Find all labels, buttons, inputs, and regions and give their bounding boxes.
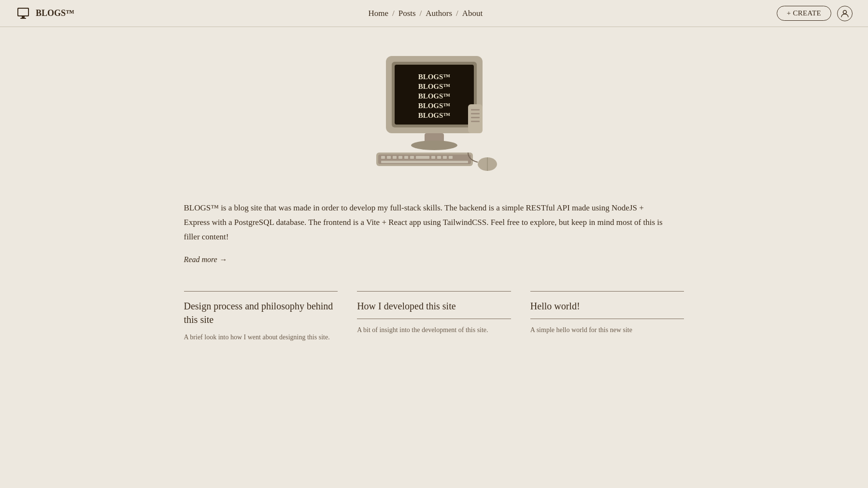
- post-card-1[interactable]: Design process and philosophy behind thi…: [184, 291, 338, 343]
- nav-sep-3: /: [456, 9, 458, 18]
- svg-rect-1: [18, 9, 28, 15]
- svg-rect-26: [404, 156, 408, 159]
- computer-svg: BLOGS™ BLOGS™ BLOGS™ BLOGS™ BLOGS™: [357, 46, 512, 181]
- logo[interactable]: BLOGS™: [15, 6, 74, 21]
- logo-icon: [15, 6, 31, 21]
- hero-image-wrapper: BLOGS™ BLOGS™ BLOGS™ BLOGS™ BLOGS™: [184, 46, 684, 181]
- svg-rect-23: [387, 156, 391, 159]
- nav-posts[interactable]: Posts: [398, 9, 416, 18]
- svg-text:BLOGS™: BLOGS™: [418, 83, 450, 90]
- nav-about[interactable]: About: [462, 9, 483, 18]
- svg-rect-22: [381, 156, 385, 159]
- svg-text:BLOGS™: BLOGS™: [418, 102, 450, 110]
- svg-text:BLOGS™: BLOGS™: [418, 112, 450, 119]
- logo-text: BLOGS™: [36, 8, 74, 18]
- post-title-1[interactable]: Design process and philosophy behind thi…: [184, 299, 338, 326]
- nav-actions: + CREATE: [777, 6, 853, 21]
- person-icon: [840, 9, 849, 18]
- svg-rect-31: [443, 156, 447, 159]
- main-content: BLOGS™ BLOGS™ BLOGS™ BLOGS™ BLOGS™: [169, 27, 700, 382]
- svg-point-4: [843, 10, 846, 14]
- nav-authors[interactable]: Authors: [426, 9, 452, 18]
- post-excerpt-1: A brief look into how I went about desig…: [184, 332, 338, 343]
- user-account-icon[interactable]: [837, 6, 853, 21]
- svg-rect-30: [437, 156, 441, 159]
- svg-rect-33: [381, 161, 468, 163]
- computer-illustration: BLOGS™ BLOGS™ BLOGS™ BLOGS™ BLOGS™: [357, 46, 512, 181]
- svg-rect-28: [416, 156, 429, 159]
- svg-rect-24: [393, 156, 397, 159]
- post-excerpt-3: A simple hello world for this new site: [530, 325, 684, 335]
- svg-rect-25: [398, 156, 402, 159]
- nav-sep-2: /: [420, 9, 422, 18]
- svg-rect-18: [471, 117, 480, 118]
- create-button[interactable]: + CREATE: [777, 6, 831, 21]
- post-title-2[interactable]: How I developed this site: [357, 299, 511, 319]
- post-excerpt-2: A bit of insight into the development of…: [357, 325, 511, 335]
- post-title-3[interactable]: Hello world!: [530, 299, 684, 319]
- svg-rect-27: [410, 156, 414, 159]
- post-card-2[interactable]: How I developed this site A bit of insig…: [357, 291, 511, 343]
- svg-text:BLOGS™: BLOGS™: [418, 73, 450, 81]
- nav-links: Home / Posts / Authors / About: [368, 9, 483, 18]
- svg-rect-16: [471, 109, 480, 111]
- svg-text:BLOGS™: BLOGS™: [418, 92, 450, 100]
- read-more-link[interactable]: Read more →: [184, 255, 227, 264]
- svg-rect-3: [20, 18, 26, 19]
- svg-rect-17: [471, 113, 480, 114]
- post-card-3[interactable]: Hello world! A simple hello world for th…: [530, 291, 684, 343]
- svg-point-14: [411, 140, 457, 150]
- svg-rect-19: [471, 121, 480, 122]
- nav-home[interactable]: Home: [368, 9, 388, 18]
- nav-sep-1: /: [392, 9, 395, 18]
- posts-grid: Design process and philosophy behind thi…: [184, 291, 684, 343]
- svg-rect-15: [468, 104, 483, 133]
- navbar: BLOGS™ Home / Posts / Authors / About + …: [0, 0, 868, 27]
- svg-rect-2: [22, 16, 25, 18]
- svg-rect-32: [449, 156, 453, 159]
- site-description: BLOGS™ is a blog site that was made in o…: [184, 201, 667, 244]
- svg-rect-29: [431, 156, 435, 159]
